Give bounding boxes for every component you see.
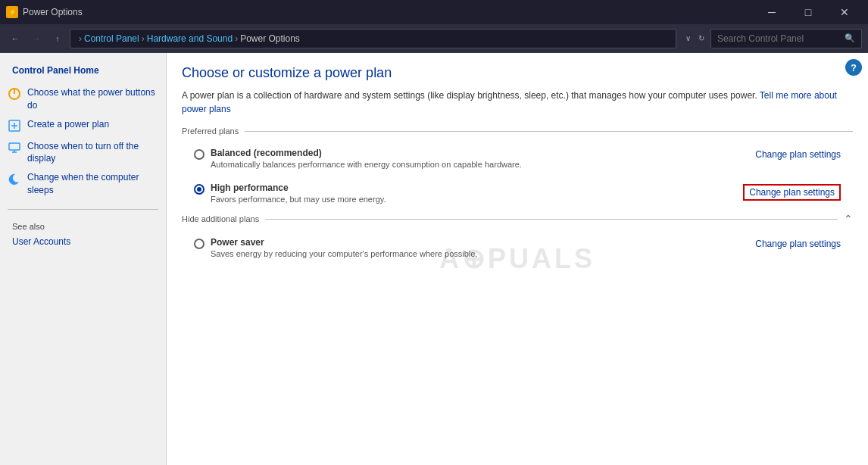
refresh-button[interactable]: ↻ xyxy=(695,33,707,44)
power-saver-radio[interactable] xyxy=(194,239,205,249)
power-saver-plan: Power saver Saves energy by reducing you… xyxy=(182,232,853,263)
power-icon xyxy=(8,87,23,102)
search-input[interactable] xyxy=(717,33,845,44)
page-description: A power plan is a collection of hardware… xyxy=(182,89,853,116)
high-performance-plan: High performance Favors performance, but… xyxy=(182,178,853,208)
sidebar-item-power-buttons-label: Choose what the power buttons do xyxy=(27,86,158,112)
sidebar: Control Panel Home Choose what the power… xyxy=(0,53,167,465)
high-performance-plan-desc: Favors performance, but may use more ene… xyxy=(211,195,386,204)
balanced-radio[interactable] xyxy=(194,149,205,160)
search-box[interactable]: 🔍 xyxy=(710,29,862,48)
up-button[interactable]: ↑ xyxy=(48,30,67,48)
power-saver-radio-wrap[interactable] xyxy=(194,239,205,249)
power-saver-plan-left: Power saver Saves energy by reducing you… xyxy=(194,237,477,258)
sidebar-user-accounts[interactable]: User Accounts xyxy=(0,234,166,249)
address-separator: › xyxy=(79,33,82,44)
content-area: ? A⊕PUALS Choose or customize a power pl… xyxy=(167,53,868,465)
preferred-section-label: Preferred plans xyxy=(182,126,239,136)
titlebar: ⚡ Power Options ─ □ ✕ xyxy=(0,0,868,24)
address-control-panel[interactable]: Control Panel xyxy=(84,33,139,44)
address-sep2: › xyxy=(142,33,145,44)
sidebar-item-sleep-label: Change when the computer sleeps xyxy=(27,171,158,197)
address-controls: ∨ ↻ xyxy=(682,33,707,44)
maximize-button[interactable]: □ xyxy=(791,0,826,24)
additional-section-header: Hide additional plans ⌃ xyxy=(182,213,853,225)
svg-rect-5 xyxy=(9,143,20,150)
collapse-button[interactable]: ⌃ xyxy=(844,213,853,225)
balanced-plan-desc: Automatically balances performance with … xyxy=(211,160,522,169)
page-title: Choose or customize a power plan xyxy=(182,65,853,81)
search-icon: 🔍 xyxy=(845,33,855,43)
power-saver-plan-info: Power saver Saves energy by reducing you… xyxy=(211,237,477,258)
section-line xyxy=(245,131,853,132)
balanced-radio-wrap[interactable] xyxy=(194,149,205,160)
minimize-button[interactable]: ─ xyxy=(754,0,789,24)
help-button[interactable]: ? xyxy=(845,59,862,76)
additional-section-line xyxy=(265,219,838,220)
window-title: Power Options xyxy=(23,7,754,17)
sidebar-divider xyxy=(8,209,158,210)
power-saver-plan-name: Power saver xyxy=(211,237,477,248)
forward-button[interactable]: → xyxy=(27,30,45,48)
sleep-icon xyxy=(8,172,23,187)
high-performance-plan-info: High performance Favors performance, but… xyxy=(211,183,386,204)
high-performance-radio-wrap[interactable] xyxy=(194,184,205,195)
sidebar-item-display[interactable]: Choose when to turn off the display xyxy=(0,137,166,169)
monitor-icon xyxy=(8,141,23,156)
main-layout: Control Panel Home Choose what the power… xyxy=(0,53,868,465)
high-performance-settings-link[interactable]: Change plan settings xyxy=(743,184,841,201)
window-controls: ─ □ ✕ xyxy=(754,0,862,24)
dropdown-arrow[interactable]: ∨ xyxy=(682,33,694,44)
preferred-section-header: Preferred plans xyxy=(182,126,853,136)
power-saver-plan-desc: Saves energy by reducing your computer's… xyxy=(211,249,477,258)
sidebar-item-create-plan-label: Create a power plan xyxy=(27,118,158,131)
balanced-plan: Balanced (recommended) Automatically bal… xyxy=(182,143,853,173)
address-sep3: › xyxy=(235,33,238,44)
sidebar-home[interactable]: Control Panel Home xyxy=(0,61,166,83)
address-hardware-sound[interactable]: Hardware and Sound xyxy=(147,33,233,44)
address-current: Power Options xyxy=(240,33,300,44)
page-desc-text: A power plan is a collection of hardware… xyxy=(182,90,757,101)
see-also-label: See also xyxy=(0,219,166,234)
balanced-plan-info: Balanced (recommended) Automatically bal… xyxy=(211,148,522,169)
sidebar-item-sleep[interactable]: Change when the computer sleeps xyxy=(0,168,166,200)
high-performance-plan-left: High performance Favors performance, but… xyxy=(194,183,386,204)
sidebar-item-display-label: Choose when to turn off the display xyxy=(27,140,158,166)
address-box[interactable]: › Control Panel › Hardware and Sound › P… xyxy=(70,29,676,48)
high-performance-radio[interactable] xyxy=(194,184,205,195)
app-icon: ⚡ xyxy=(6,6,18,18)
balanced-plan-name: Balanced (recommended) xyxy=(211,148,522,158)
close-button[interactable]: ✕ xyxy=(827,0,862,24)
additional-section-label: Hide additional plans xyxy=(182,214,259,223)
power-saver-settings-link[interactable]: Change plan settings xyxy=(755,239,841,249)
balanced-settings-link[interactable]: Change plan settings xyxy=(755,149,841,160)
balanced-plan-left: Balanced (recommended) Automatically bal… xyxy=(194,148,522,169)
create-plan-icon xyxy=(8,119,23,134)
sidebar-item-create-plan[interactable]: Create a power plan xyxy=(0,115,166,137)
sidebar-item-power-buttons[interactable]: Choose what the power buttons do xyxy=(0,83,166,115)
back-button[interactable]: ← xyxy=(6,30,24,48)
address-bar: ← → ↑ › Control Panel › Hardware and Sou… xyxy=(0,24,868,53)
high-performance-plan-name: High performance xyxy=(211,183,386,193)
